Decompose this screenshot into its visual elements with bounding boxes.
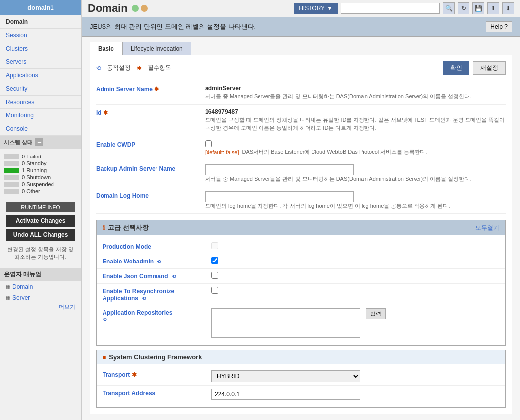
field-id: Id ✱ 1648979487 도메인을 구성할 때 도메인의 정체성을 나타내… [96,105,506,136]
req-icon-admin: ✱ [154,86,159,93]
status-bar-other [4,189,19,194]
json-dynamic-icon: ⟲ [172,274,176,279]
sidebar-item-console[interactable]: Console [0,122,81,136]
manager-item-server[interactable]: ▦ Server [0,292,81,303]
transport-address-input[interactable] [211,389,360,400]
refresh-icon-btn[interactable]: ↻ [458,2,469,14]
adv-value-production-mode [211,242,499,251]
dot-orange [141,5,148,12]
resync-apps-checkbox[interactable] [211,287,218,294]
save-icon-btn[interactable]: 💾 [472,2,484,14]
enable-webadmin-checkbox[interactable] [211,257,218,264]
sidebar-item-clusters[interactable]: Clusters [0,42,81,55]
tab-basic[interactable]: Basic [90,42,122,55]
req-icon-transport: ✱ [132,371,137,378]
manager-more-link[interactable]: 더보기 [59,304,75,310]
admin-server-name-value: adminServer [205,85,506,92]
app-repos-input-btn[interactable]: 입력 [366,308,386,319]
runtime-info-button[interactable]: RUNTIME INFO [6,202,75,212]
reset-button[interactable]: 재설정 [473,61,506,75]
sidebar-item-session[interactable]: Session [0,29,81,42]
webadmin-dynamic-icon: ⟲ [157,259,161,264]
status-bar-suspended [4,182,19,187]
tab-bar: Basic Lifecycle Invocation [90,42,512,55]
adv-label-enable-json: Enable Json Command ⟲ [103,272,211,280]
page-title-area: Domain [88,2,148,15]
status-count-other: 0 Other [22,188,40,194]
req-icon-id: ✱ [103,109,108,116]
status-row-running: 1 Running [4,167,77,173]
dynamic-bar: ⟲ 동적설정 ✱ 필수항목 확인 재설정 [96,61,506,75]
status-bar-standby [4,161,19,166]
adv-label-production-mode: Production Mode [103,242,211,250]
field-admin-server-name: Admin Server Name ✱ adminServer 서버들 중 Ma… [96,81,506,105]
sidebar-item-servers[interactable]: Servers [0,55,81,69]
domain-log-home-input[interactable] [205,191,354,202]
history-label: HISTORY [299,5,325,12]
info-bar: JEUS의 최대 관리 단위인 도메인 레벨의 설정을 나타낸다. Help ? [82,17,520,37]
manager-more[interactable]: 더보기 [0,303,81,311]
clustering-section: ■ System Clustering Framework Transport … [96,350,506,408]
clustering-field-transport: Transport ✱ HYBRID TCP UDP MULTICAST [97,368,505,386]
enable-json-checkbox[interactable] [211,272,218,279]
field-domain-log-home: Domain Log Home 도메인의 log home을 지정한다. 각 서… [96,187,506,214]
info-bar-text: JEUS의 최대 관리 단위인 도메인 레벨의 설정을 나타낸다. [90,22,256,31]
status-bar-running [4,168,19,173]
tab-lifecycle[interactable]: Lifecycle Invocation [122,42,191,55]
download-icon-btn[interactable]: ⬇ [502,2,514,14]
cwdp-default-text: [default: false] [205,149,239,155]
field-enable-cwdp: Enable CWDP [default: false] DAS서버의 Base… [96,136,506,160]
field-value-id: 1648979487 도메인을 구성할 때 도메인의 정체성을 나타내는 유일한… [205,108,506,132]
system-status-icon-btn[interactable]: ☰ [35,138,43,146]
page-title-text: Domain [88,2,128,15]
adv-label-resync-apps: Enable To Resynchronize Applications ⟲ [103,287,211,302]
dynamic-bar-right: 확인 재설정 [443,61,506,75]
clustering-icon: ■ [103,354,106,361]
top-bar: Domain HISTORY ▼ 🔍 ↻ 💾 ⬆ ⬇ [82,0,520,17]
grid-icon-server: ▦ [6,295,10,300]
transport-select[interactable]: HYBRID TCP UDP MULTICAST [211,370,360,382]
clustering-field-transport-addr: Transport Address [97,386,505,403]
manager-link-domain[interactable]: Domain [12,283,33,290]
status-row-failed: 0 Failed [4,154,77,159]
field-label-admin-server-name: Admin Server Name ✱ [96,85,205,93]
undo-all-changes-button[interactable]: Undo ALL Changes [6,229,75,241]
history-button[interactable]: HISTORY ▼ [294,3,338,14]
adv-field-resync-apps: Enable To Resynchronize Applications ⟲ [97,284,505,305]
sidebar-note: 변경된 설정 항목을 저장 및 최소하는 기능입니다. [0,243,81,264]
manager-item-domain[interactable]: ▦ Domain [0,281,81,292]
search-icon-btn[interactable]: 🔍 [443,2,455,14]
id-desc: 도메인을 구성할 때 도메인의 정체성을 나타내는 유일한 ID를 지정한다. … [205,116,506,132]
field-label-enable-cwdp: Enable CWDP [96,140,205,148]
field-backup-admin: Backup Admin Server Name 서버들 중 Managed S… [96,160,506,187]
manager-link-server[interactable]: Server [12,294,30,301]
production-mode-checkbox[interactable] [211,242,218,249]
enable-cwdp-checkbox[interactable] [205,140,212,147]
id-value: 1648979487 [205,108,506,115]
adv-value-enable-webadmin [211,257,499,265]
backup-admin-input[interactable] [205,164,354,175]
status-container: 0 Failed0 Standby1 Running0 Shutdown0 Su… [0,149,81,199]
confirm-button[interactable]: 확인 [443,61,469,75]
search-input[interactable] [341,3,440,14]
sidebar-item-monitoring[interactable]: Monitoring [0,109,81,122]
sidebar-item-domain[interactable]: Domain [0,15,81,29]
adv-field-app-repos: Application Repositories ⟲ 입력 [97,305,505,341]
clustering-value-transport: HYBRID TCP UDP MULTICAST [211,370,499,382]
sidebar-item-resources[interactable]: Resources [0,96,81,109]
status-bar-failed [4,154,19,159]
expand-all-link[interactable]: 모두열기 [475,224,499,232]
sidebar-item-applications[interactable]: Applications [0,69,81,82]
adv-field-production-mode: Production Mode [97,239,505,254]
content-area: Basic Lifecycle Invocation ⟲ 동적설정 ✱ 필수항목… [82,37,520,419]
dot-green [132,5,139,12]
upload-icon-btn[interactable]: ⬆ [487,2,499,14]
help-button[interactable]: Help ? [486,21,512,32]
clustering-title: System Clustering Framework [109,353,202,361]
required-label: 필수항목 [148,64,171,72]
activate-changes-button[interactable]: Activate Changes [6,215,75,227]
field-value-admin-server-name: adminServer 서버들 중 Managed Server들을 관리 및 … [205,85,506,100]
status-count-suspended: 0 Suspended [22,181,54,187]
sidebar-item-security[interactable]: Security [0,82,81,96]
app-repos-textarea[interactable] [211,308,360,338]
